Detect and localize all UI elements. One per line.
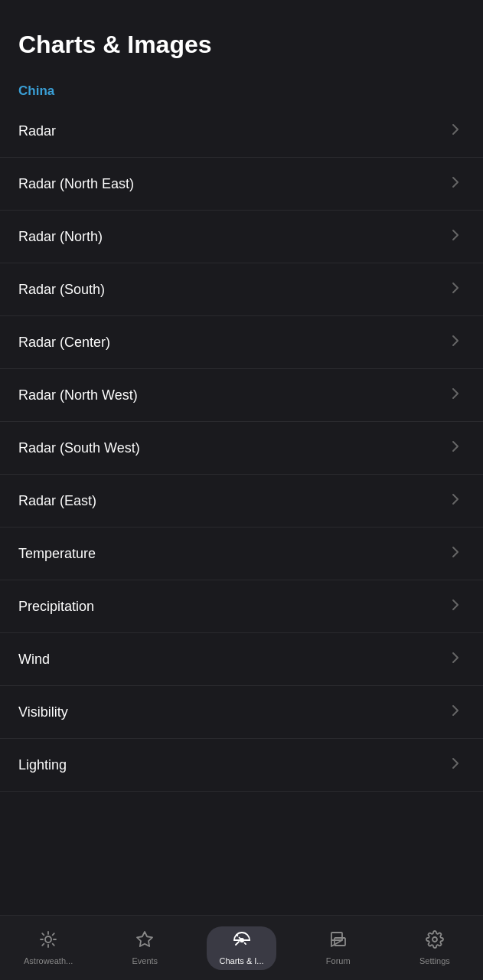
list-item-label-radar-south: Radar (South)	[18, 282, 105, 298]
chevron-right-icon	[446, 596, 465, 617]
svg-line-3	[42, 933, 44, 935]
tab-item-forum[interactable]: Forum	[290, 924, 387, 972]
svg-marker-9	[137, 932, 152, 946]
tab-label-settings: Settings	[419, 956, 450, 965]
list-item-radar-center[interactable]: Radar (Center)	[0, 316, 483, 369]
tab-label-astroweather: Astroweath...	[24, 956, 73, 965]
list-item-label-lighting: Lighting	[18, 757, 67, 773]
svg-line-8	[53, 933, 54, 935]
chevron-right-icon	[446, 226, 465, 247]
chevron-right-icon	[446, 648, 465, 670]
tab-item-astroweather[interactable]: Astroweath...	[0, 924, 96, 972]
list-item-label-radar-north-east: Radar (North East)	[18, 176, 134, 192]
charts-icon	[233, 931, 251, 954]
tab-label-charts: Charts & I...	[219, 956, 263, 965]
list-item-label-precipitation: Precipitation	[18, 599, 94, 615]
forum-icon	[329, 930, 348, 953]
page-title: Charts & Images	[0, 0, 483, 74]
chevron-right-icon	[446, 543, 465, 564]
events-icon	[135, 930, 154, 953]
list-item-wind[interactable]: Wind	[0, 633, 483, 686]
tab-bar: Astroweath...EventsCharts & I...ForumSet…	[0, 915, 483, 980]
tab-item-charts[interactable]: Charts & I...	[193, 920, 289, 976]
chevron-right-icon	[446, 754, 465, 776]
chevron-right-icon	[446, 120, 465, 142]
svg-rect-14	[331, 933, 342, 940]
list-item-visibility[interactable]: Visibility	[0, 686, 483, 739]
list-container: China RadarRadar (North East)Radar (Nort…	[0, 74, 483, 980]
list-items: RadarRadar (North East)Radar (North)Rada…	[0, 105, 483, 792]
chevron-right-icon	[446, 384, 465, 406]
list-item-radar-north-east[interactable]: Radar (North East)	[0, 158, 483, 211]
list-item-lighting[interactable]: Lighting	[0, 739, 483, 792]
chevron-right-icon	[446, 173, 465, 194]
tab-item-events[interactable]: Events	[96, 924, 193, 972]
tab-label-events: Events	[132, 956, 158, 965]
list-item-radar[interactable]: Radar	[0, 105, 483, 158]
chevron-right-icon	[446, 332, 465, 353]
svg-line-7	[42, 944, 44, 946]
section-header: China	[0, 74, 483, 105]
list-item-precipitation[interactable]: Precipitation	[0, 580, 483, 633]
svg-point-0	[45, 936, 51, 942]
svg-point-12	[240, 938, 244, 942]
list-item-radar-east[interactable]: Radar (East)	[0, 475, 483, 528]
chevron-right-icon	[446, 490, 465, 511]
chevron-right-icon	[446, 437, 465, 459]
settings-icon	[426, 930, 444, 953]
svg-line-4	[53, 944, 54, 946]
list-item-label-radar-east: Radar (East)	[18, 493, 96, 509]
tab-bar-items: Astroweath...EventsCharts & I...ForumSet…	[0, 920, 483, 976]
list-item-radar-south[interactable]: Radar (South)	[0, 263, 483, 316]
tab-label-forum: Forum	[326, 956, 351, 965]
list-item-label-temperature: Temperature	[18, 546, 96, 562]
list-item-radar-north[interactable]: Radar (North)	[0, 211, 483, 263]
list-item-label-radar: Radar	[18, 123, 56, 139]
list-item-label-radar-north: Radar (North)	[18, 229, 103, 245]
list-item-radar-north-west[interactable]: Radar (North West)	[0, 369, 483, 422]
svg-point-16	[432, 937, 437, 942]
list-item-label-radar-north-west: Radar (North West)	[18, 387, 138, 403]
list-item-temperature[interactable]: Temperature	[0, 528, 483, 580]
list-item-label-wind: Wind	[18, 652, 50, 668]
list-item-label-radar-center: Radar (Center)	[18, 335, 110, 351]
list-item-radar-south-west[interactable]: Radar (South West)	[0, 422, 483, 475]
list-item-label-visibility: Visibility	[18, 704, 68, 720]
chevron-right-icon	[446, 701, 465, 723]
astroweather-icon	[39, 930, 57, 953]
tab-item-settings[interactable]: Settings	[387, 924, 483, 972]
svg-line-13	[236, 942, 239, 945]
tab-active-bg-charts: Charts & I...	[207, 926, 276, 970]
list-item-label-radar-south-west: Radar (South West)	[18, 440, 140, 456]
chevron-right-icon	[446, 279, 465, 300]
